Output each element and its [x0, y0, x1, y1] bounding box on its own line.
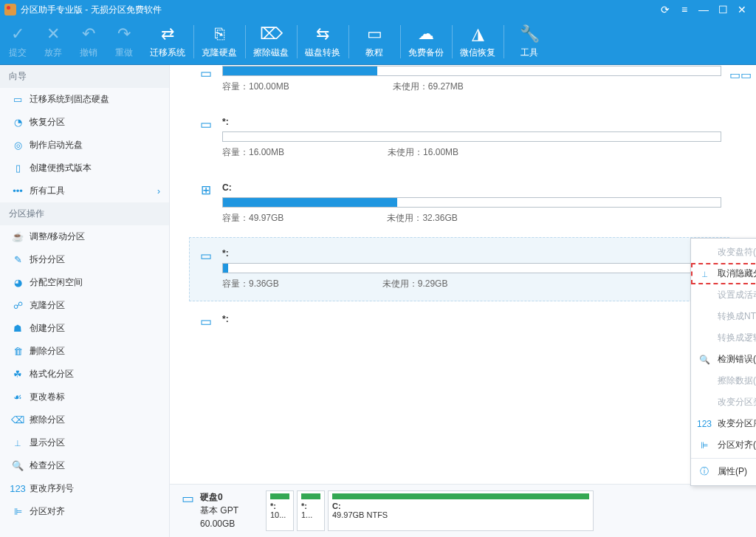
- sidebar-item-调整/移动分区[interactable]: ☕调整/移动分区: [0, 225, 169, 248]
- menu-item-label: 属性(P): [718, 465, 747, 478]
- sidebar-item-icon: 123: [12, 483, 24, 495]
- disk-segment[interactable]: *:10...: [266, 490, 294, 531]
- partition-card[interactable]: ▭*:容量：16.00MB未使用：16.00MB: [189, 106, 729, 170]
- disk-size: 60.00GB: [200, 517, 238, 530]
- partition-capacity: 容量：49.97GB: [222, 212, 284, 225]
- sidebar-item-拆分分区[interactable]: ✎拆分分区: [0, 248, 169, 271]
- sidebar-group-wizard: 向导: [0, 65, 169, 88]
- menu-item-label: 分区对齐(P): [718, 439, 756, 451]
- sidebar-item-icon: ◕: [12, 277, 24, 289]
- partition-card[interactable]: ⊞C:容量：49.97GB未使用：32.36GB: [189, 171, 729, 236]
- sidebar-item-创建分区[interactable]: ☗创建分区: [0, 317, 169, 340]
- minimize-icon[interactable]: —: [694, 0, 713, 19]
- toolbar-工具[interactable]: 🔧工具: [504, 19, 555, 64]
- sidebar-item-克隆分区[interactable]: ☍克隆分区: [0, 294, 169, 317]
- partition-label: C:: [222, 182, 721, 193]
- sidebar-item-label: 格式化分区: [30, 368, 74, 380]
- toolbar-放弃[interactable]: ✕放弃: [35, 19, 71, 64]
- sidebar-item-label: 所有工具: [30, 185, 65, 197]
- sidebar-item-所有工具[interactable]: •••所有工具›: [0, 179, 169, 202]
- sidebar-item-label: 迁移系统到固态硬盘: [30, 93, 109, 106]
- partition-unused: 未使用：32.36GB: [387, 212, 457, 225]
- sidebar-item-icon: ▯: [12, 163, 24, 174]
- sidebar-item-icon: •••: [12, 185, 24, 197]
- sidebar-item-icon: ☘: [12, 369, 24, 380]
- menu-item-icon: [698, 311, 710, 323]
- sidebar-item-显示分区[interactable]: ⟂显示分区: [0, 431, 169, 454]
- menu-item-转换成NTFS分区(O): 转换成NTFS分区(O): [691, 306, 756, 327]
- partition-label: *:: [222, 314, 721, 324]
- sidebar-item-更改序列号[interactable]: 123更改序列号: [0, 477, 169, 500]
- menu-item-属性(P)[interactable]: ⓘ属性(P): [691, 461, 756, 482]
- toolbar-icon: ✓: [11, 24, 24, 44]
- sidebar-group-ops: 分区操作: [0, 202, 169, 225]
- sidebar-item-创建便携式版本[interactable]: ▯创建便携式版本: [0, 157, 169, 179]
- partition-usage-bar: [222, 263, 721, 273]
- sidebar-item-icon: ⌫: [12, 414, 24, 426]
- menu-item-icon: [698, 332, 710, 344]
- sidebar-item-恢复分区[interactable]: ◔恢复分区: [0, 111, 169, 134]
- disk-segment[interactable]: C:49.97GB NTFS: [328, 490, 594, 531]
- menu-item-改变盘符(R): 改变盘符(R): [691, 242, 756, 263]
- chevron-right-icon: ›: [157, 186, 160, 196]
- sidebar-item-icon: ⊫: [12, 506, 24, 518]
- disk-segment[interactable]: *:1...: [297, 490, 325, 531]
- menu-icon[interactable]: ≡: [675, 0, 694, 19]
- toolbar-icon: ↷: [117, 24, 131, 44]
- toolbar-克隆硬盘[interactable]: ⎘克隆硬盘: [193, 19, 245, 64]
- toolbar-icon: 🔧: [520, 24, 540, 44]
- toolbar-免费备份[interactable]: ☁免费备份: [400, 19, 452, 64]
- refresh-icon[interactable]: ⟳: [656, 0, 675, 19]
- main-area: ▭▭ ▭容量：100.00MB未使用：69.27MB▭*:容量：16.00MB未…: [170, 65, 756, 537]
- maximize-icon[interactable]: ☐: [713, 0, 732, 19]
- sidebar-item-label: 分区对齐: [30, 505, 65, 518]
- menu-item-取消隐藏分区(H)[interactable]: ⟂取消隐藏分区(H): [691, 263, 756, 284]
- toolbar-撤销[interactable]: ↶撤销: [71, 19, 106, 64]
- menu-item-label: 转换成NTFS分区(O): [718, 310, 756, 323]
- menu-item-label: 擦除数据(W): [718, 374, 756, 387]
- toolbar-icon: ⇆: [316, 24, 329, 44]
- sidebar-item-擦除分区[interactable]: ⌫擦除分区: [0, 408, 169, 431]
- context-submenu-advanced: 改变盘符(R)⟂取消隐藏分区(H)设置成活动分区(S)转换成NTFS分区(O)转…: [690, 238, 756, 486]
- disk-icon: ▭: [182, 490, 194, 531]
- sidebar-item-分配空闲空间[interactable]: ◕分配空闲空间: [0, 271, 169, 294]
- partition-card[interactable]: ▭容量：100.00MB未使用：69.27MB: [189, 65, 729, 104]
- menu-item-设置成活动分区(S): 设置成活动分区(S): [691, 284, 756, 306]
- sidebar-item-label: 拆分分区: [30, 253, 65, 266]
- sidebar-item-label: 更改序列号: [30, 482, 74, 495]
- sidebar-item-格式化分区[interactable]: ☘格式化分区: [0, 363, 169, 386]
- partition-icon: ▭: [197, 117, 215, 132]
- sidebar-item-迁移系统到固态硬盘[interactable]: ▭迁移系统到固态硬盘: [0, 88, 169, 111]
- menu-item-label: 改变分区类型ID(T): [718, 396, 756, 408]
- menu-item-label: 改变盘符(R): [718, 246, 756, 259]
- toolbar-提交[interactable]: ✓提交: [0, 19, 35, 64]
- disk-type: 基本 GPT: [200, 504, 238, 517]
- partition-card[interactable]: ▭*:容量：9.36GB未使用：9.29GB: [189, 237, 729, 301]
- toolbar-磁盘转换[interactable]: ⇆磁盘转换: [297, 19, 348, 64]
- close-icon[interactable]: ✕: [732, 0, 752, 19]
- sidebar-item-更改卷标[interactable]: ☙更改卷标: [0, 386, 169, 408]
- sidebar-item-检查分区[interactable]: 🔍检查分区: [0, 454, 169, 477]
- sidebar-item-label: 检查分区: [30, 459, 65, 472]
- titlebar: 分区助手专业版 - 无损分区免费软件 ⟳ ≡ — ☐ ✕: [0, 0, 756, 19]
- disk-info[interactable]: ▭硬盘0基本 GPT60.00GB: [182, 490, 263, 531]
- menu-item-分区对齐(P)[interactable]: ⊫分区对齐(P): [691, 434, 756, 456]
- partition-icon: ▭: [197, 314, 215, 329]
- menu-item-改变分区序列号(M)[interactable]: 123改变分区序列号(M): [691, 413, 756, 434]
- sidebar-item-label: 创建便携式版本: [30, 162, 92, 174]
- menu-item-检测错误(K)[interactable]: 🔍检测错误(K): [691, 349, 756, 370]
- partition-icon: ▭: [197, 66, 215, 81]
- toolbar-擦除磁盘[interactable]: ⌦擦除磁盘: [245, 19, 297, 64]
- partition-card[interactable]: ▭*:: [189, 303, 729, 341]
- sidebar-item-分区对齐[interactable]: ⊫分区对齐: [0, 500, 169, 523]
- toolbar-重做[interactable]: ↷重做: [106, 19, 142, 64]
- sidebar-item-制作启动光盘[interactable]: ◎制作启动光盘: [0, 134, 169, 157]
- menu-item-icon: [698, 290, 710, 301]
- sidebar-item-删除分区[interactable]: 🗑删除分区: [0, 340, 169, 363]
- toolbar-教程[interactable]: ▭教程: [348, 19, 400, 64]
- partition-icon: ▭: [197, 248, 215, 264]
- toolbar-icon: ✕: [47, 24, 60, 44]
- partition-usage-bar: [222, 66, 721, 76]
- toolbar-迁移系统[interactable]: ⇄迁移系统: [142, 19, 193, 64]
- toolbar-微信恢复[interactable]: ◮微信恢复: [452, 19, 504, 64]
